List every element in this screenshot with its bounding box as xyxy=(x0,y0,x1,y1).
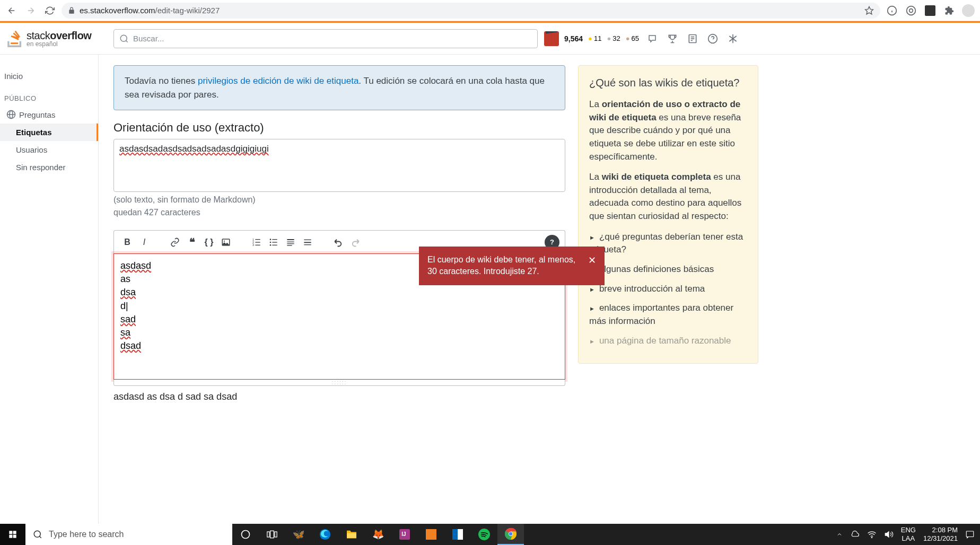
svg-rect-40 xyxy=(304,244,311,245)
logo-icon xyxy=(6,30,23,47)
bookmark-star-icon[interactable] xyxy=(864,6,874,15)
svg-point-28 xyxy=(270,239,272,240)
olist-button[interactable]: 123 xyxy=(249,234,265,250)
svg-rect-36 xyxy=(287,243,294,244)
back-button[interactable] xyxy=(4,3,19,18)
code-button[interactable]: { } xyxy=(201,234,217,250)
nav-questions-label: Preguntas xyxy=(19,110,55,119)
profile-avatar-icon[interactable] xyxy=(961,3,976,18)
silver-badges: 32 xyxy=(607,34,620,42)
site-header: stackoverflow en español Buscar... 9,564… xyxy=(0,23,980,55)
address-bar[interactable]: es.stackoverflow.com/edit-tag-wiki/2927 xyxy=(62,3,880,19)
svg-marker-0 xyxy=(865,6,873,14)
svg-text:IJ: IJ xyxy=(401,531,406,537)
quote-button[interactable]: ❝ xyxy=(184,234,200,250)
help-icon[interactable] xyxy=(706,32,720,46)
user-stats[interactable]: 9,564 11 32 65 xyxy=(544,31,639,46)
svg-rect-29 xyxy=(272,239,277,240)
extension-icon[interactable] xyxy=(904,3,918,18)
left-sidebar: Inicio PÚBLICO Preguntas Etiquetas Usuar… xyxy=(0,55,99,524)
cloud-icon[interactable] xyxy=(850,531,860,538)
tray-lang[interactable]: ENG xyxy=(901,526,916,534)
spotify-icon[interactable] xyxy=(471,524,497,545)
ulist-button[interactable] xyxy=(266,234,282,250)
app-icon[interactable]: 🦋 xyxy=(285,524,312,545)
svg-rect-25 xyxy=(255,242,260,242)
bold-button[interactable]: B xyxy=(119,234,135,250)
volume-icon[interactable] xyxy=(884,530,894,539)
wifi-icon[interactable] xyxy=(867,531,877,538)
info-icon[interactable] xyxy=(885,3,899,18)
search-icon xyxy=(119,34,129,43)
preview-text: asdasd as dsa d sad sa dsad xyxy=(113,391,565,402)
nav-tags[interactable]: Etiquetas xyxy=(0,124,98,141)
system-tray: ENG LAA 2:08 PM 12/31/2021 xyxy=(831,524,980,545)
nav-unanswered[interactable]: Sin responder xyxy=(0,159,98,176)
tray-time[interactable]: 2:08 PM xyxy=(923,526,958,534)
privilege-notice: Todavía no tienes privilegios de edición… xyxy=(113,65,565,110)
cortana-icon[interactable] xyxy=(232,524,259,545)
svg-rect-50 xyxy=(275,532,277,537)
inbox-icon[interactable] xyxy=(645,32,659,46)
taskbar-search-placeholder: Type here to search xyxy=(49,530,124,539)
svg-rect-65 xyxy=(966,531,974,537)
svg-rect-39 xyxy=(304,242,311,243)
notice-pre: Todavía no tienes xyxy=(125,76,198,86)
tray-chevron-icon[interactable] xyxy=(836,531,843,538)
achievements-icon[interactable] xyxy=(666,32,679,46)
taskview-icon[interactable] xyxy=(259,524,285,545)
review-icon[interactable] xyxy=(686,32,699,46)
resize-grippie[interactable]: :::::: xyxy=(113,380,565,386)
globe-icon xyxy=(6,110,16,119)
redo-button[interactable] xyxy=(347,234,363,250)
extensions-puzzle-icon[interactable] xyxy=(942,3,957,18)
link-button[interactable] xyxy=(167,234,183,250)
ide-icon[interactable]: IJ xyxy=(391,524,418,545)
heading-button[interactable] xyxy=(283,234,299,250)
firefox-icon[interactable]: 🦊 xyxy=(365,524,391,545)
italic-button[interactable]: I xyxy=(136,234,152,250)
hr-button[interactable] xyxy=(300,234,316,250)
tray-kbd[interactable]: LAA xyxy=(901,534,916,543)
excerpt-value: asdasdsadasdsadsadsadasdgigigiugi xyxy=(119,144,269,154)
excerpt-textarea[interactable]: asdasdsadasdsadsadsadasdgigigiugi xyxy=(113,139,565,192)
nav-questions[interactable]: Preguntas xyxy=(0,106,98,124)
svg-rect-33 xyxy=(272,244,277,245)
svg-rect-49 xyxy=(270,531,274,538)
svg-point-6 xyxy=(120,35,127,41)
nav-home[interactable]: Inicio xyxy=(0,67,98,85)
search-input[interactable]: Buscar... xyxy=(113,29,538,48)
explorer-icon[interactable] xyxy=(338,524,365,545)
start-button[interactable] xyxy=(0,524,25,545)
brand-sub: en español xyxy=(27,41,91,47)
privilege-link[interactable]: privilegios de edición de wiki de etique… xyxy=(198,76,358,86)
help-li-2: algunas definiciones básicas xyxy=(589,263,747,276)
tray-date[interactable]: 12/31/2021 xyxy=(923,534,958,543)
logo[interactable]: stackoverflow en español xyxy=(6,30,107,47)
svg-point-30 xyxy=(270,241,272,243)
notifications-icon[interactable] xyxy=(965,530,975,539)
excerpt-chars-remaining: quedan 427 caracteres xyxy=(113,208,565,217)
svg-point-32 xyxy=(270,244,272,246)
help-li-5: una página de tamaño razonable xyxy=(589,335,747,348)
svg-rect-55 xyxy=(426,529,436,540)
extension-icon-2[interactable] xyxy=(923,3,938,18)
edge-icon[interactable] xyxy=(312,524,338,545)
nav-users[interactable]: Usuarios xyxy=(0,141,98,159)
undo-button[interactable] xyxy=(330,234,346,250)
reload-button[interactable] xyxy=(42,3,57,18)
chrome-icon[interactable] xyxy=(497,524,524,545)
forward-button[interactable] xyxy=(23,3,38,18)
svg-point-4 xyxy=(907,6,916,15)
app-icon-3[interactable] xyxy=(444,524,471,545)
image-button[interactable] xyxy=(218,234,234,250)
url-text: es.stackoverflow.com/edit-tag-wiki/2927 xyxy=(80,6,220,15)
svg-rect-41 xyxy=(9,531,12,534)
brand-a: stack xyxy=(27,30,50,41)
error-line-2: 30 caracteres. Introdujiste 27. xyxy=(427,266,575,277)
svg-rect-44 xyxy=(13,535,16,538)
taskbar-search[interactable]: Type here to search xyxy=(25,524,232,545)
snowflake-icon[interactable] xyxy=(726,32,740,46)
app-icon-2[interactable] xyxy=(418,524,444,545)
error-close-button[interactable]: ✕ xyxy=(588,254,596,267)
